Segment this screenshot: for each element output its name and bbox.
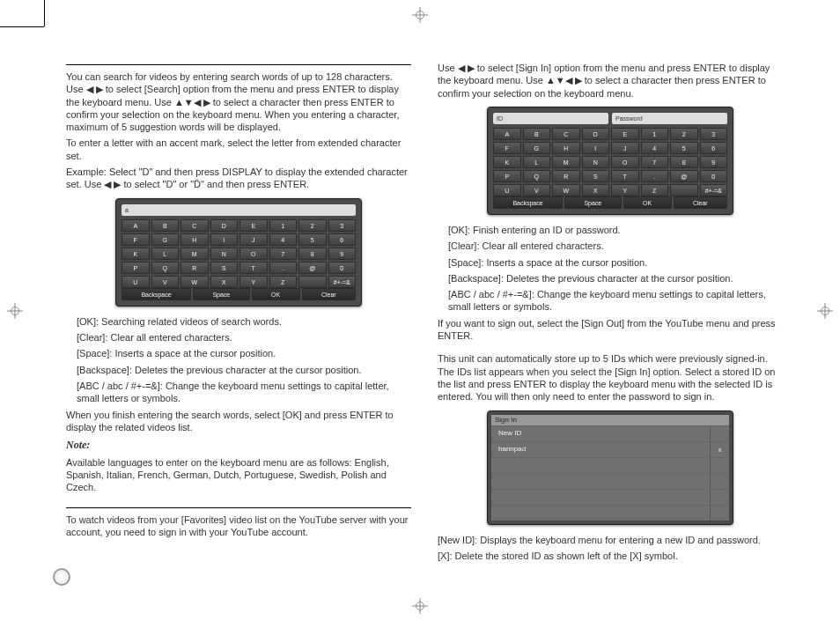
registration-mark	[412, 598, 428, 614]
signin-list-item: hannpad	[491, 442, 710, 457]
signin-list-figure: Sign In New ID hannpad x	[487, 410, 733, 525]
keyboard-key: Q	[151, 262, 180, 274]
delete-id-icon	[710, 506, 729, 521]
keyboard-key: @	[670, 170, 698, 182]
keyboard-key: .	[269, 262, 298, 274]
keyboard-key: 1	[269, 219, 298, 232]
keyboard-key: V	[151, 276, 180, 288]
keyboard-key: J	[611, 142, 639, 154]
left-column: You can search for videos by entering se…	[66, 62, 411, 566]
keyboard-rows: ABCDE123FGHIJ456KLMNO789PQRST.@0UVWXYZ#+…	[122, 219, 356, 288]
keyboard-action-key: OK	[623, 196, 672, 209]
keyboard-key: S	[582, 170, 610, 182]
signin-list-item	[491, 458, 710, 473]
keyboard-key: Z	[269, 276, 298, 288]
keyboard-key: 3	[700, 128, 728, 140]
keyboard-key: B	[523, 128, 551, 140]
crop-mark	[0, 26, 44, 27]
keyboard-row: PQRST.@0	[493, 170, 727, 182]
keyboard-key: I	[582, 142, 610, 154]
keyboard-key: A	[122, 219, 150, 232]
keyboard-key: Y	[611, 184, 639, 196]
keyboard-key: 6	[700, 142, 728, 154]
keyboard-key: R	[181, 262, 209, 274]
registration-mark	[412, 7, 428, 23]
keyboard-key: T	[239, 262, 268, 274]
body-text: [New ID]: Displays the keyboard menu for…	[438, 534, 783, 546]
section-divider	[66, 507, 411, 508]
keyboard-key: I	[210, 233, 239, 246]
body-text: This unit can automatically store up to …	[438, 352, 783, 403]
signin-list-item	[491, 474, 710, 489]
delete-id-icon	[710, 458, 729, 473]
keyboard-action-key: Clear	[674, 196, 728, 209]
keyboard-key: Y	[239, 276, 268, 288]
body-text: When you finish entering the search word…	[66, 409, 411, 434]
signin-list-item	[491, 490, 710, 505]
keyboard-key: 0	[700, 170, 728, 182]
registration-mark	[817, 303, 833, 319]
keyboard-key: 8	[670, 156, 698, 168]
note-text: Available languages to enter on the keyb…	[66, 456, 411, 494]
body-text: [X]: Delete the stored ID as shown left …	[438, 550, 783, 562]
keyboard-key: L	[151, 248, 180, 260]
keyboard-key	[670, 184, 698, 196]
keyboard-key: Z	[641, 184, 669, 196]
keyboard-row: UVWXYZ#+-=&	[493, 184, 727, 196]
keyboard-key: C	[181, 219, 209, 232]
keyboard-key: W	[181, 276, 209, 288]
keyboard-row: FGHIJ456	[493, 142, 727, 154]
keyboard-key: U	[122, 276, 150, 288]
signin-title: Sign In	[491, 415, 729, 425]
body-text: If you want to sign out, select the [Sig…	[438, 317, 783, 343]
keyboard-key: F	[493, 142, 521, 154]
definition-item: [ABC / abc / #+-=&]: Change the keyboard…	[448, 288, 783, 314]
keyboard-row: UVWXYZ#+-=&	[122, 276, 356, 288]
keyboard-key: L	[523, 156, 551, 168]
note-label: Note:	[66, 439, 411, 453]
keyboard-key: H	[181, 233, 209, 246]
keyboard-key: 1	[641, 128, 669, 140]
keyboard-key: X	[582, 184, 610, 196]
keyboard-action-row: BackspaceSpaceOKClear	[122, 288, 356, 300]
definition-item: [Backspace]: Deletes the previous charac…	[77, 364, 411, 376]
keyboard-rows: ABCDE123FGHIJ456KLMNO789PQRST.@0UVWXYZ#+…	[493, 128, 727, 196]
keyboard-row: ABCDE123	[493, 128, 727, 140]
delete-id-icon	[710, 474, 729, 489]
keyboard-key: Q	[523, 170, 551, 182]
keyboard-key: A	[493, 128, 521, 140]
signin-list-item	[491, 506, 710, 521]
keyboard-action-key: Backspace	[122, 288, 191, 300]
right-column: Use ◀ ▶ to select [Sign In] option from …	[438, 62, 783, 566]
keyboard-key: 9	[328, 248, 357, 260]
keyboard-row: KLMNO789	[493, 156, 727, 168]
keyboard-key: S	[210, 262, 239, 274]
signin-list-item: New ID	[491, 426, 710, 441]
onscreen-keyboard-figure: a ABCDE123FGHIJ456KLMNO789PQRST.@0UVWXYZ…	[115, 198, 362, 307]
body-text: To enter a letter with an accent mark, s…	[66, 137, 411, 162]
keyboard-key: 6	[328, 233, 357, 246]
definition-item: [Clear]: Clear all entered characters.	[77, 331, 411, 344]
keyboard-key: 2	[670, 128, 698, 140]
keyboard-key: G	[523, 142, 551, 154]
keyboard-key: 0	[328, 262, 357, 274]
keyboard-key: 2	[298, 219, 327, 232]
keyboard-row: KLMNO789	[122, 248, 356, 260]
keyboard-key: #+-=&	[700, 184, 728, 196]
keyboard-key: 8	[298, 248, 327, 260]
keyboard-key: J	[239, 233, 268, 246]
delete-id-icon: x	[710, 442, 729, 457]
keyboard-key: P	[493, 170, 521, 182]
delete-id-icon	[710, 426, 729, 441]
body-text: Use ◀ ▶ to select [Sign In] option from …	[438, 62, 783, 100]
keyboard-key: 7	[269, 248, 298, 260]
keyboard-key: 9	[700, 156, 728, 168]
keyboard-key: T	[611, 170, 639, 182]
keyboard-key: 4	[269, 233, 298, 246]
keyboard-key: D	[210, 219, 239, 232]
keyboard-key: R	[552, 170, 580, 182]
keyboard-row: PQRST.@0	[122, 262, 356, 274]
keyboard-key: O	[611, 156, 639, 168]
keyboard-key: #+-=&	[328, 276, 357, 288]
keyboard-key: N	[582, 156, 610, 168]
